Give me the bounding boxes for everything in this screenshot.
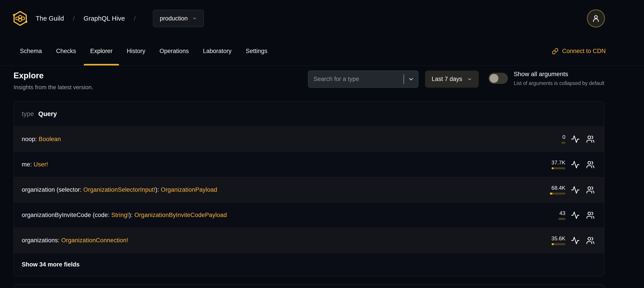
target-selector-label: production — [160, 15, 188, 22]
tab-label: Schema — [20, 48, 42, 55]
date-range-selector-button[interactable]: Last 7 days — [425, 71, 479, 88]
page-title: Explore — [14, 71, 93, 80]
target-selector-button[interactable]: production — [153, 10, 204, 27]
next-type-card-partial — [14, 284, 604, 288]
field-stats: 37.7K — [551, 160, 596, 170]
field-usage-bar — [552, 167, 565, 169]
activity-icon[interactable] — [570, 160, 580, 170]
link-icon — [552, 48, 558, 55]
field-definition: organizations: OrganizationConnection! — [22, 237, 128, 244]
field-usage-count: 35.6K — [551, 236, 565, 241]
field-stats: 43 — [558, 210, 596, 220]
breadcrumb: The Guild / GraphQL Hive / production — [36, 10, 204, 27]
search-cursor-divider — [404, 74, 404, 84]
field-text: organizationByInviteCode (code: — [22, 212, 111, 218]
tab-label: Laboratory — [203, 48, 232, 55]
page-title-block: Explore Insights from the latest version… — [14, 71, 93, 91]
field-usage: 0 — [561, 134, 565, 144]
field-text: ): — [129, 212, 134, 218]
tab-label: Explorer — [90, 48, 112, 55]
field-usage: 68.4K — [550, 185, 565, 195]
hive-logo-icon[interactable] — [12, 11, 28, 27]
breadcrumb-organization[interactable]: The Guild — [36, 15, 64, 22]
field-usage: 43 — [558, 211, 565, 220]
show-all-arguments-control: Show all arguments List of arguments is … — [488, 71, 604, 86]
activity-icon[interactable] — [570, 235, 580, 246]
activity-icon[interactable] — [570, 210, 580, 220]
tab-label: Checks — [56, 48, 76, 55]
breadcrumb-separator: / — [134, 15, 136, 22]
field-text: ): — [155, 186, 161, 193]
type-kind-label: type — [22, 110, 34, 118]
gql-type-link[interactable]: OrganizationSelectorInput! — [83, 186, 155, 193]
field-row: noop: Boolean0 — [14, 126, 604, 152]
field-usage-bar-fill — [550, 193, 552, 195]
users-icon[interactable] — [585, 210, 596, 220]
field-usage-count: 37.7K — [551, 160, 565, 165]
user-icon — [592, 14, 600, 23]
gql-type-link[interactable]: OrganizationByInviteCodePayload — [134, 212, 227, 218]
user-avatar-button[interactable] — [587, 9, 605, 28]
users-icon[interactable] — [585, 235, 596, 246]
tab-settings[interactable]: Settings — [239, 37, 274, 66]
field-text: me: — [22, 161, 34, 168]
field-text: organizations: — [22, 237, 62, 244]
gql-type-link[interactable]: Boolean — [38, 136, 61, 142]
users-icon[interactable] — [585, 160, 596, 170]
field-usage-bar-fill — [552, 243, 554, 245]
tab-operations[interactable]: Operations — [153, 37, 195, 66]
field-usage-bar — [550, 193, 565, 195]
hive-explorer-page: The Guild / GraphQL Hive / production Sc… — [0, 0, 644, 288]
gql-type-link[interactable]: OrganizationConnection! — [62, 237, 128, 244]
type-card-header: type Query — [14, 102, 604, 126]
type-name-link[interactable]: Query — [38, 110, 57, 118]
field-row: organizationByInviteCode (code: String!)… — [14, 202, 604, 228]
activity-icon[interactable] — [570, 134, 580, 144]
tab-explorer[interactable]: Explorer — [84, 37, 119, 66]
field-definition: noop: Boolean — [22, 136, 61, 143]
tab-history[interactable]: History — [120, 37, 152, 66]
gql-type-link[interactable]: String! — [111, 212, 129, 218]
explorer-content: Explore Insights from the latest version… — [14, 71, 604, 288]
field-usage-bar — [552, 243, 565, 245]
type-card-query: type Query noop: Boolean0me: User!37.7Ko… — [14, 101, 604, 276]
field-usage: 35.6K — [551, 236, 565, 245]
chevron-down-icon — [467, 77, 472, 82]
field-usage-count: 68.4K — [551, 185, 565, 191]
explorer-controls: Explore Insights from the latest version… — [14, 71, 604, 91]
field-row: organization (selector: OrganizationSele… — [14, 177, 604, 202]
show-more-fields-button[interactable]: Show 34 more fields — [14, 253, 604, 276]
field-row: me: User!37.7K — [14, 152, 604, 177]
gql-type-link[interactable]: OrganizationPayload — [161, 186, 217, 193]
type-search-combobox[interactable]: Search for a type — [308, 71, 418, 88]
date-range-label: Last 7 days — [432, 76, 462, 83]
chevron-down-icon[interactable] — [408, 76, 414, 82]
activity-icon[interactable] — [570, 185, 580, 195]
connect-to-cdn-button[interactable]: Connect to CDN — [552, 37, 606, 66]
toggle-hint: List of arguments is collapsed by defaul… — [514, 80, 604, 86]
type-search-placeholder: Search for a type — [314, 76, 404, 83]
toggle-title: Show all arguments — [514, 71, 604, 78]
gql-type-link[interactable]: User! — [34, 161, 48, 168]
tab-laboratory[interactable]: Laboratory — [196, 37, 238, 66]
field-row: organizations: OrganizationConnection!35… — [14, 228, 604, 253]
users-icon[interactable] — [585, 134, 596, 144]
field-text: organization (selector: — [22, 186, 83, 193]
field-usage-bar — [558, 218, 565, 220]
field-usage-bar — [561, 142, 565, 144]
main-nav: SchemaChecksExplorerHistoryOperationsLab… — [0, 37, 644, 66]
tab-label: History — [127, 48, 146, 55]
tab-schema[interactable]: Schema — [14, 37, 48, 66]
toggle-knob — [490, 74, 498, 83]
tab-checks[interactable]: Checks — [50, 37, 82, 66]
users-icon[interactable] — [585, 185, 596, 195]
field-list: noop: Boolean0me: User!37.7Korganization… — [14, 126, 604, 253]
field-stats: 0 — [561, 134, 596, 144]
field-usage-count: 0 — [562, 134, 565, 140]
breadcrumb-project[interactable]: GraphQL Hive — [84, 15, 125, 22]
show-all-arguments-toggle[interactable] — [488, 73, 508, 84]
page-subtitle: Insights from the latest version. — [14, 84, 93, 91]
breadcrumb-separator: / — [73, 15, 75, 22]
tab-label: Operations — [160, 48, 189, 55]
field-usage-count: 43 — [559, 211, 565, 216]
